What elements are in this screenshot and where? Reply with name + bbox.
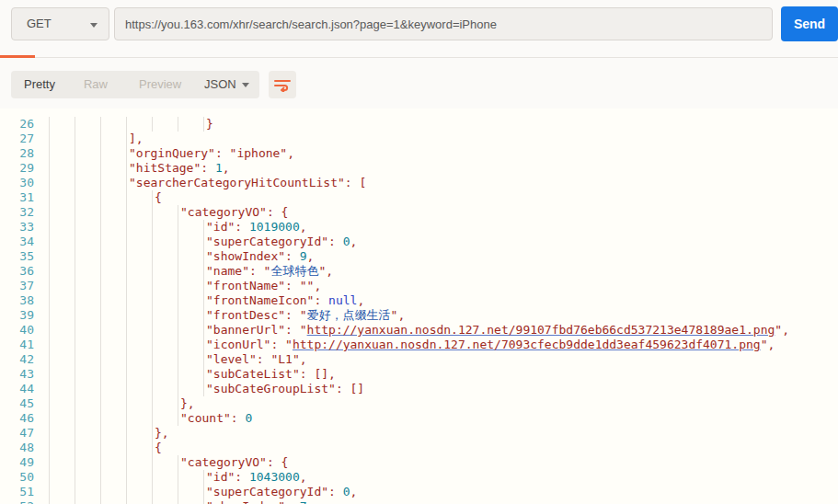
code-token: "superCategoryId": xyxy=(206,235,343,248)
indent-guide xyxy=(101,367,127,382)
code-token: 0 xyxy=(343,235,350,248)
code-token: "count": xyxy=(180,411,245,425)
indent-guide xyxy=(153,382,178,396)
code-token: "frontName": "", xyxy=(206,279,321,292)
code-token: "level": "L1", xyxy=(206,352,307,366)
method-select[interactable]: GET xyxy=(11,7,109,40)
indent-guide xyxy=(127,455,153,470)
indent-guide xyxy=(127,470,153,485)
code-line: 44"subCateGroupList": [] xyxy=(0,382,838,396)
code-token: }, xyxy=(155,426,169,440)
indent-guide xyxy=(50,220,75,235)
code-token: 9 xyxy=(300,249,307,263)
code-token: "id": xyxy=(206,470,249,484)
tab-pretty[interactable]: Pretty xyxy=(11,71,68,98)
code-token: , xyxy=(300,470,307,484)
indent-guide xyxy=(101,308,127,323)
url-input[interactable] xyxy=(114,7,773,40)
indent-guide xyxy=(101,382,127,396)
indent-guide xyxy=(75,293,101,308)
code-token: , xyxy=(357,293,364,307)
indent-guide xyxy=(101,264,127,279)
tab-preview[interactable]: Preview xyxy=(123,71,197,98)
indent-guide xyxy=(178,323,204,338)
indent-guide xyxy=(50,205,75,220)
indent-guide xyxy=(50,367,75,382)
indent-guide xyxy=(101,499,127,504)
indent-guide xyxy=(50,249,75,264)
indent-guide xyxy=(101,323,127,338)
indent-guide xyxy=(153,293,178,308)
indent-guide xyxy=(101,235,127,249)
code-token: "categoryVO": { xyxy=(180,205,288,219)
indent-guide xyxy=(127,249,153,264)
code-line: 33"id": 1019000, xyxy=(0,220,838,235)
indent-guide xyxy=(50,382,75,396)
indent-guide xyxy=(101,176,127,190)
indent-guide xyxy=(50,146,75,161)
code-token: , xyxy=(307,499,315,504)
indent-guide xyxy=(75,132,101,146)
indent-guide xyxy=(153,367,178,382)
line-number: 31 xyxy=(0,190,49,205)
send-button[interactable]: Send xyxy=(781,6,838,41)
indent-guide xyxy=(75,411,101,426)
indent-guide xyxy=(75,455,101,470)
indent-guide xyxy=(101,161,127,176)
indent-guide xyxy=(153,470,178,485)
code-token: "superCategoryId": xyxy=(206,485,343,498)
indent-guide xyxy=(75,161,101,176)
indent-guide xyxy=(101,220,127,235)
indent-guide xyxy=(75,426,101,441)
indent-guide xyxy=(153,308,178,323)
code-token: , xyxy=(350,485,358,498)
indent-guide xyxy=(75,190,101,205)
indent-guide xyxy=(101,190,127,205)
code-line: 49"categoryVO": { xyxy=(0,455,838,470)
code-line: 28"orginQuery": "iphone", xyxy=(0,146,838,161)
code-line: 39"frontDesc": "爱好，点缀生活", xyxy=(0,308,838,323)
code-line: 48{ xyxy=(0,441,838,455)
tab-raw[interactable]: Raw xyxy=(68,71,123,98)
indent-guide xyxy=(50,323,75,338)
format-select[interactable]: JSON xyxy=(191,71,259,98)
indent-guide xyxy=(127,293,153,308)
indent-guide xyxy=(127,308,153,323)
code-line: 32"categoryVO": { xyxy=(0,205,838,220)
indent-guide xyxy=(75,470,101,485)
line-number: 28 xyxy=(0,146,49,161)
line-number: 50 xyxy=(0,470,49,485)
indent-guide xyxy=(101,293,127,308)
response-view-tabs: Pretty Raw Preview xyxy=(11,71,197,98)
wrap-text-button[interactable] xyxy=(269,71,296,98)
code-line: 45}, xyxy=(0,396,838,411)
indent-guide xyxy=(50,161,75,176)
url-link[interactable]: http://yanxuan.nosdn.127.net/99107fbd76e… xyxy=(307,323,775,337)
indent-guide xyxy=(50,308,75,323)
response-body-editor[interactable]: 26}27],28"orginQuery": "iphone",29"hitSt… xyxy=(0,109,838,504)
code-token: "subCateList": [], xyxy=(206,367,336,381)
indent-guide xyxy=(101,117,127,132)
url-link[interactable]: http://yanxuan.nosdn.127.net/7093cfecb9d… xyxy=(293,338,761,351)
indent-guide xyxy=(127,426,153,441)
code-line: 40"bannerUrl": "http://yanxuan.nosdn.127… xyxy=(0,323,838,338)
code-token: "bannerUrl": " xyxy=(206,323,307,337)
code-line: 47}, xyxy=(0,426,838,441)
indent-guide xyxy=(50,411,75,426)
indent-guide xyxy=(153,220,178,235)
indent-guide xyxy=(127,264,153,279)
indent-guide xyxy=(178,235,204,249)
code-token: { xyxy=(155,441,162,454)
code-token: "frontNameIcon": xyxy=(206,293,328,307)
indent-guide xyxy=(153,455,178,470)
indent-guide xyxy=(178,352,204,367)
indent-guide xyxy=(127,382,153,396)
indent-guide xyxy=(153,485,178,499)
indent-guide xyxy=(127,338,153,352)
indent-guide xyxy=(127,220,153,235)
indent-guide xyxy=(101,411,127,426)
indent-guide xyxy=(50,264,75,279)
request-bar: GET Send xyxy=(0,0,838,55)
code-token: 7 xyxy=(300,499,307,504)
indent-guide xyxy=(101,279,127,293)
